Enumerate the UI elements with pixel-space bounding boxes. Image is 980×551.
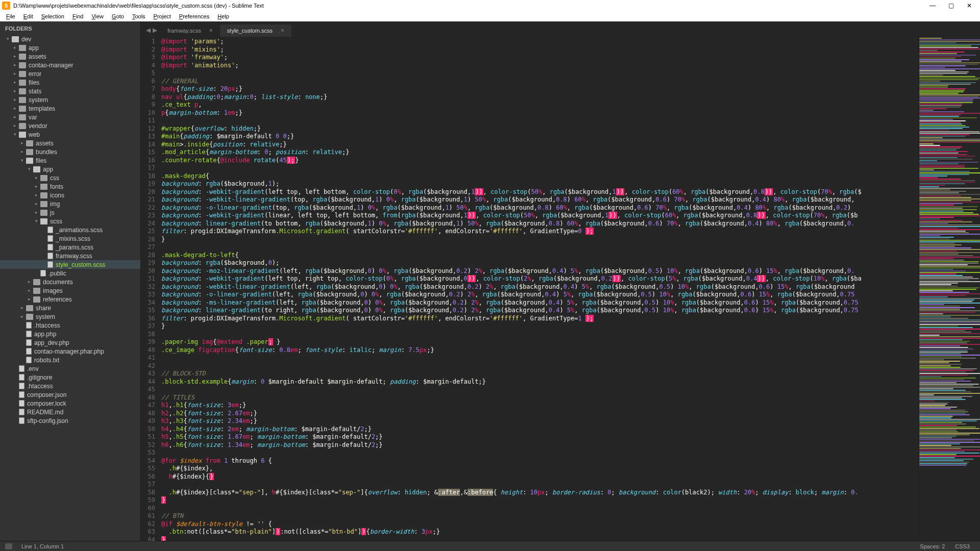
folder-row[interactable]: ▸files: [0, 78, 140, 87]
code-line[interactable]: .paper-img img{@extend .paper; }: [159, 338, 918, 346]
code-line[interactable]: .h#{$index},: [159, 465, 918, 473]
code-line[interactable]: @import 'mixins';: [159, 46, 918, 54]
code-line[interactable]: nav ul{padding:0;margin:0; list-style: n…: [159, 93, 918, 102]
file-row[interactable]: _mixins.scss: [0, 234, 140, 243]
code-line[interactable]: h6,.h6{font-size: 1.34em; margin-bottom:…: [159, 441, 918, 449]
code-line[interactable]: // GENERAL: [159, 78, 918, 86]
folder-row[interactable]: ▾files: [0, 156, 140, 165]
file-row[interactable]: style_custom.scss: [0, 260, 140, 269]
code-line[interactable]: @if $default-btn-style != '' {: [159, 520, 918, 529]
code-line[interactable]: body{font-size: 20px;}: [159, 85, 918, 93]
chevron-right-icon[interactable]: ▸: [19, 305, 24, 310]
code-line[interactable]: h5,.h5{font-size: 1.67em; margin-bottom:…: [159, 433, 918, 441]
chevron-down-icon[interactable]: ▾: [19, 158, 24, 163]
chevron-right-icon[interactable]: ▸: [34, 201, 39, 206]
code-line[interactable]: #main>.inside{position: relative;}: [159, 141, 918, 149]
file-row[interactable]: framway.scss: [0, 252, 140, 260]
chevron-down-icon[interactable]: ▾: [27, 166, 32, 171]
code-line[interactable]: // TITLES: [159, 394, 918, 402]
chevron-right-icon[interactable]: ▸: [12, 114, 17, 119]
folder-row[interactable]: ▸share: [0, 304, 140, 312]
folder-row[interactable]: ▸js: [0, 208, 140, 217]
status-spaces[interactable]: Spaces: 2: [915, 543, 950, 549]
chevron-right-icon[interactable]: ▸: [12, 45, 17, 50]
code-line[interactable]: .block-std.example{margin: 0 $margin-def…: [159, 378, 918, 386]
chevron-down-icon[interactable]: ▾: [5, 36, 10, 41]
chevron-down-icon[interactable]: ▾: [34, 218, 39, 223]
code-line[interactable]: @import 'animations';: [159, 62, 918, 70]
code-line[interactable]: .ce_text p,: [159, 101, 918, 109]
code-line[interactable]: background: rgba($background,0);: [159, 259, 918, 267]
minimap[interactable]: [918, 37, 980, 541]
folder-row[interactable]: ▸app: [0, 43, 140, 52]
file-row[interactable]: app_dev.php: [0, 338, 140, 347]
menu-selection[interactable]: Selection: [37, 12, 68, 20]
code-line[interactable]: #main{padding: $margin-default 0 0;}: [159, 133, 918, 141]
file-row[interactable]: contao-manager.phar.php: [0, 347, 140, 356]
code-line[interactable]: background: rgba($background,1);: [159, 180, 918, 188]
code-line[interactable]: [159, 69, 918, 78]
code-line[interactable]: background: -o-linear-gradient(top, rgba…: [159, 204, 918, 212]
folder-tree[interactable]: ▾dev▸app▸assets▸contao-manager▸error▸fil…: [0, 35, 140, 425]
code-line[interactable]: // BLOCK-STD: [159, 370, 918, 378]
code-line[interactable]: h#{$index}{}: [159, 473, 918, 481]
folder-row[interactable]: ▸css: [0, 173, 140, 182]
code-line[interactable]: background: -webkit-linear-gradient(top,…: [159, 196, 918, 204]
file-row[interactable]: .gitignore: [0, 373, 140, 382]
folder-row[interactable]: ▸fonts: [0, 182, 140, 191]
code-line[interactable]: [159, 481, 918, 489]
nav-forward-icon[interactable]: ▶: [153, 27, 157, 34]
menu-project[interactable]: Project: [150, 12, 175, 20]
chevron-right-icon[interactable]: ▸: [34, 210, 39, 215]
code-line[interactable]: background: -webkit-linear-gradient(left…: [159, 283, 918, 291]
folder-row[interactable]: ▸assets: [0, 52, 140, 61]
folder-row[interactable]: ▸contao-manager: [0, 61, 140, 69]
file-row[interactable]: .public: [0, 269, 140, 278]
code-line[interactable]: background: -webkit-gradient(left top, r…: [159, 275, 918, 283]
folder-row[interactable]: ▸img: [0, 199, 140, 208]
folder-row[interactable]: ▸system: [0, 95, 140, 104]
close-icon[interactable]: ×: [281, 27, 284, 34]
menu-view[interactable]: View: [87, 12, 108, 20]
folder-row[interactable]: ▸system: [0, 312, 140, 321]
tab-framway-scss[interactable]: framway.scss×: [160, 24, 220, 37]
file-row[interactable]: app.php: [0, 330, 140, 338]
menu-tools[interactable]: Tools: [128, 12, 150, 20]
code-line[interactable]: .ce_image figcaption{font-size: 0.8em; f…: [159, 346, 918, 355]
chevron-right-icon[interactable]: ▸: [12, 80, 17, 85]
close-button[interactable]: ✕: [961, 1, 978, 10]
folder-row[interactable]: ▸bundles: [0, 147, 140, 156]
folder-row[interactable]: ▸assets: [0, 139, 140, 147]
folder-row[interactable]: ▸error: [0, 69, 140, 78]
chevron-right-icon[interactable]: ▸: [27, 288, 32, 293]
code-line[interactable]: [159, 505, 918, 513]
file-row[interactable]: _params.scss: [0, 243, 140, 252]
code-line[interactable]: background: linear-gradient(to bottom, r…: [159, 220, 918, 228]
code-line[interactable]: background: -ms-linear-gradient(left, rg…: [159, 299, 918, 307]
minimize-button[interactable]: —: [924, 1, 941, 10]
chevron-right-icon[interactable]: ▸: [19, 314, 24, 319]
code-line[interactable]: background: linear-gradient(to right, rg…: [159, 307, 918, 315]
code-line[interactable]: filter: progid:DXImageTransform.Microsof…: [159, 228, 918, 236]
code-line[interactable]: @for $index from 1 through 6 {: [159, 457, 918, 465]
file-row[interactable]: .htaccess: [0, 321, 140, 330]
chevron-right-icon[interactable]: ▸: [12, 54, 17, 59]
file-row[interactable]: .htaccess: [0, 382, 140, 390]
code-line[interactable]: @import 'framway';: [159, 54, 918, 62]
code-line[interactable]: h2,.h2{font-size: 2.67em;}: [159, 410, 918, 418]
chevron-right-icon[interactable]: ▸: [12, 88, 17, 93]
code-line[interactable]: [159, 243, 918, 252]
folder-row[interactable]: ▸documents: [0, 278, 140, 286]
status-position[interactable]: Line 1, Column 1: [16, 543, 69, 549]
code-line[interactable]: @import 'params';: [159, 38, 918, 46]
menu-help[interactable]: Help: [213, 12, 233, 20]
file-row[interactable]: sftp-config.json: [0, 416, 140, 425]
file-row[interactable]: .env: [0, 364, 140, 373]
folder-row[interactable]: ▾dev: [0, 35, 140, 43]
code-line[interactable]: background: -moz-linear-gradient(left, r…: [159, 267, 918, 276]
code-area[interactable]: @import 'params';@import 'mixins';@impor…: [159, 37, 918, 541]
status-icon[interactable]: [5, 543, 12, 549]
file-row[interactable]: robots.txt: [0, 356, 140, 364]
chevron-right-icon[interactable]: ▸: [34, 192, 39, 197]
folder-row[interactable]: ▸references: [0, 295, 140, 304]
